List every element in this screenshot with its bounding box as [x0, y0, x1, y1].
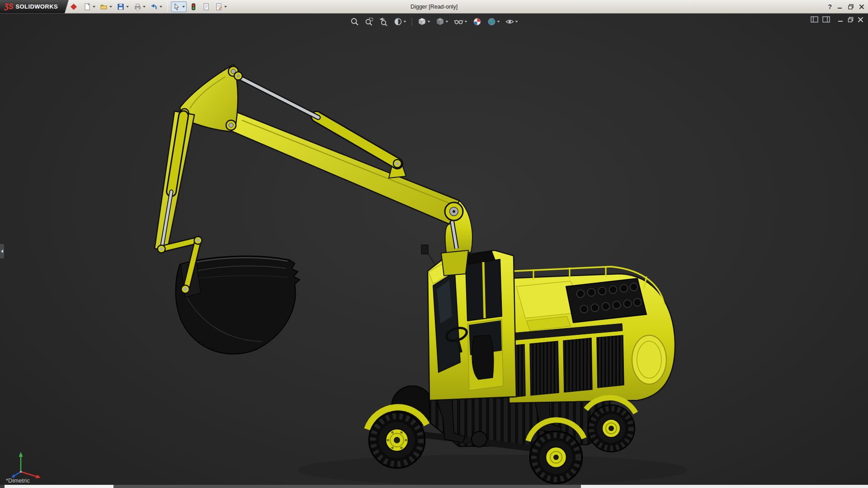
display-style-icon — [436, 17, 445, 26]
rod-pivot-pin — [160, 248, 163, 251]
close-button[interactable] — [859, 4, 864, 9]
solidworks-logo[interactable]: ƷS SOLIDWORKS — [0, 0, 69, 14]
view-orientation-cube-icon — [418, 17, 427, 26]
rod-end-pin — [237, 75, 240, 78]
display-style-button[interactable] — [435, 16, 449, 27]
resources-icon[interactable] — [71, 3, 77, 9]
boom-mount — [441, 250, 468, 276]
view-orientation-label: *Dimetric — [6, 477, 30, 484]
options-sheet-icon — [215, 3, 223, 11]
apply-scene-button[interactable] — [486, 16, 501, 27]
collapse-arrow-icon — [1, 249, 3, 253]
wheel-rear-right — [588, 405, 635, 452]
options-button[interactable] — [213, 1, 229, 12]
hide-show-glasses-icon — [454, 17, 464, 26]
pane-minimize-button[interactable] — [838, 17, 844, 23]
view-settings-button[interactable] — [505, 16, 519, 27]
scrollbar-track-left — [5, 485, 113, 488]
open-folder-icon — [100, 3, 108, 11]
new-document-button[interactable] — [81, 1, 97, 12]
title-bar: ƷS SOLIDWORKS — [0, 0, 868, 14]
section-view-icon — [394, 17, 403, 26]
seat — [472, 335, 494, 380]
bottom-scrollbar — [0, 485, 868, 488]
y-axis-arrow — [19, 452, 23, 457]
grille-panel-4 — [597, 335, 624, 388]
scrollbar-track-right — [581, 485, 868, 488]
save-button[interactable] — [115, 1, 131, 12]
grille-panel-3 — [563, 338, 592, 392]
window-controls: ? — [828, 0, 864, 14]
wheel-front-left — [369, 412, 425, 468]
print-icon — [133, 3, 142, 11]
undo-icon — [150, 3, 158, 11]
wheel-front-right — [530, 431, 582, 483]
viewport-pane-controls — [811, 16, 863, 23]
rebuild-button[interactable] — [188, 1, 199, 12]
excavator-body[interactable] — [496, 267, 675, 403]
zoom-to-area-icon — [365, 17, 374, 26]
edit-appearance-ball-icon — [473, 17, 482, 26]
open-button[interactable] — [98, 1, 114, 12]
viewport-canvas[interactable] — [0, 0, 868, 488]
cylinder-rod — [238, 77, 318, 117]
rebuild-stoplight-icon — [189, 3, 198, 11]
split-pane-right-button[interactable] — [822, 16, 830, 23]
save-icon — [117, 3, 125, 11]
split-pane-left-button[interactable] — [811, 16, 818, 23]
scrollbar-thumb[interactable] — [113, 485, 581, 488]
excavator-arm[interactable] — [155, 65, 472, 354]
triad-origin — [20, 471, 22, 473]
heads-up-toolbar — [347, 15, 522, 28]
stick-pivot-pin — [229, 123, 233, 127]
previous-view-icon — [379, 17, 388, 26]
main-toolbar — [80, 0, 229, 14]
view-settings-icon — [505, 17, 514, 26]
excavator-model[interactable] — [155, 65, 675, 483]
zoom-to-fit-icon — [350, 17, 359, 26]
undo-button[interactable] — [148, 1, 164, 12]
toolbar-separator — [167, 2, 168, 11]
hud-separator — [412, 18, 412, 26]
window-pillar — [483, 262, 485, 318]
view-orientation-button[interactable] — [417, 16, 431, 27]
section-view-button[interactable] — [393, 16, 407, 27]
apply-scene-globe-icon — [487, 17, 496, 26]
print-button[interactable] — [132, 1, 147, 12]
bucket-pivot-pin — [184, 287, 187, 291]
pane-close-button[interactable] — [858, 17, 863, 23]
minimize-button[interactable] — [837, 4, 843, 9]
pane-restore-button[interactable] — [848, 17, 854, 23]
hide-show-items-button[interactable] — [453, 16, 468, 27]
brand-name: SOLIDWORKS — [15, 3, 58, 10]
zoom-to-area-button[interactable] — [364, 16, 375, 27]
window-title: Digger [Read-only] — [410, 0, 458, 14]
ground-shadow — [298, 455, 687, 485]
cylinder-pivot-pin — [396, 162, 399, 165]
feature-tree-collapse-tab[interactable] — [0, 244, 4, 258]
knuckle-pin — [197, 239, 200, 242]
file-properties-icon — [202, 3, 210, 11]
new-document-icon — [83, 3, 91, 11]
zoom-to-fit-button[interactable] — [349, 16, 360, 27]
main-pivot-center — [453, 210, 455, 213]
select-tool-button[interactable] — [171, 1, 187, 12]
differential — [472, 432, 487, 447]
previous-view-button[interactable] — [378, 16, 389, 27]
brand-logo-icon: ƷS — [4, 3, 13, 11]
select-cursor-icon — [173, 3, 181, 11]
grille-panel-2 — [530, 341, 559, 395]
mirror — [421, 245, 428, 254]
help-button[interactable]: ? — [828, 3, 832, 10]
edit-appearance-button[interactable] — [472, 16, 483, 27]
restore-button[interactable] — [848, 4, 854, 9]
excavator-cab[interactable] — [421, 245, 516, 400]
file-properties-button[interactable] — [200, 1, 212, 12]
